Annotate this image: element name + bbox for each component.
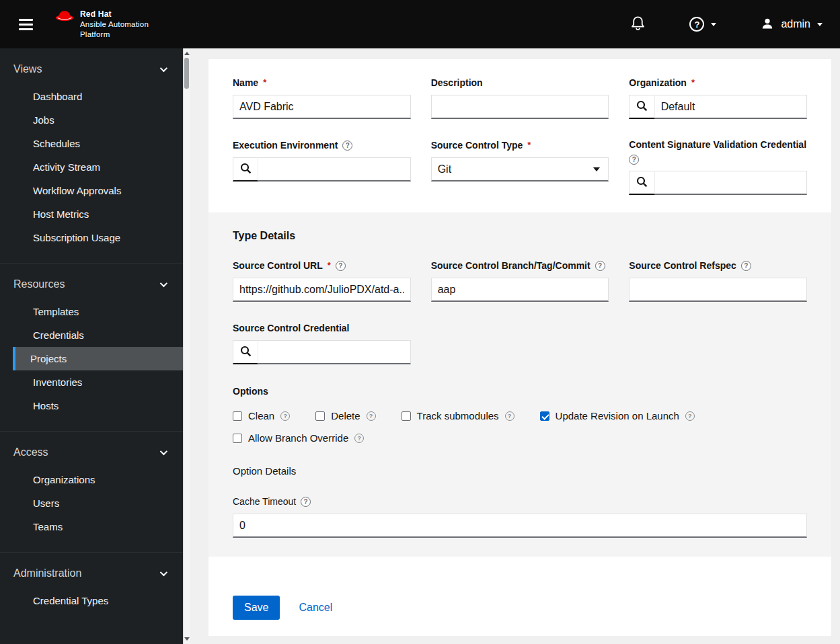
- checkbox-box[interactable]: [540, 411, 549, 421]
- source-control-credential-search-button[interactable]: [233, 340, 258, 364]
- sidebar-item-organizations[interactable]: Organizations: [13, 468, 183, 491]
- selected-value: Git: [438, 163, 451, 175]
- checkbox-label: Track submodules: [417, 410, 499, 421]
- sidebar-item-hosts[interactable]: Hosts: [13, 394, 183, 417]
- checkbox-label: Allow Branch Override: [248, 432, 348, 444]
- help-icon[interactable]: ?: [367, 411, 376, 421]
- source-control-type-label: Source Control Type: [431, 140, 523, 151]
- nav-group-toggle-administration[interactable]: Administration: [0, 567, 183, 579]
- chevron-down-icon: [160, 448, 167, 455]
- bell-icon: [631, 15, 645, 33]
- checkbox-delete[interactable]: Delete ?: [315, 410, 375, 421]
- help-icon[interactable]: ?: [336, 261, 346, 271]
- name-label: Name: [233, 77, 258, 88]
- checkbox-box[interactable]: [233, 434, 242, 443]
- sidebar-item-teams[interactable]: Teams: [13, 515, 183, 538]
- brand: Red Hat Ansible Automation Platform: [54, 9, 149, 39]
- name-input[interactable]: [233, 95, 411, 119]
- source-control-branch-input[interactable]: [431, 278, 609, 302]
- nav-group-toggle-resources[interactable]: Resources: [0, 278, 183, 290]
- checkbox-box[interactable]: [315, 411, 325, 421]
- project-edit-form-card: Name * Description Organization *: [208, 59, 831, 636]
- checkbox-track-submodules[interactable]: Track submodules ?: [402, 410, 514, 421]
- scroll-up-icon[interactable]: [184, 52, 190, 55]
- help-menu-button[interactable]: ?: [689, 17, 716, 32]
- help-icon[interactable]: ?: [280, 411, 290, 421]
- sidebar-item-users[interactable]: Users: [13, 491, 183, 515]
- content-signature-credential-search-button[interactable]: [629, 171, 654, 195]
- option-details-heading: Option Details: [233, 465, 807, 477]
- sidebar-item-projects[interactable]: Projects: [13, 347, 183, 370]
- sidebar-item-credentials[interactable]: Credentials: [13, 323, 183, 347]
- masthead: Red Hat Ansible Automation Platform ?: [0, 0, 840, 48]
- checkbox-clean[interactable]: Clean ?: [233, 410, 290, 421]
- description-input[interactable]: [431, 95, 609, 119]
- options-checkbox-group: Clean ? Delete ? Track submodules ? Upda…: [233, 410, 807, 444]
- nav-group-toggle-access[interactable]: Access: [0, 446, 183, 458]
- sidebar-item-inventories[interactable]: Inventories: [13, 370, 183, 394]
- execution-environment-label: Execution Environment: [233, 140, 338, 151]
- description-label: Description: [431, 77, 483, 88]
- sidebar-item-host-metrics[interactable]: Host Metrics: [13, 202, 183, 226]
- scrollbar-thumb[interactable]: [184, 58, 189, 89]
- nav-group-label: Views: [13, 63, 42, 75]
- help-icon[interactable]: ?: [342, 140, 352, 151]
- help-icon[interactable]: ?: [685, 411, 695, 421]
- sidebar-item-schedules[interactable]: Schedules: [13, 132, 183, 155]
- notifications-button[interactable]: [631, 15, 645, 33]
- source-control-url-input[interactable]: [233, 278, 411, 302]
- help-icon[interactable]: ?: [629, 155, 639, 165]
- sidebar-item-activity-stream[interactable]: Activity Stream: [13, 155, 183, 179]
- sidebar-item-subscription-usage[interactable]: Subscription Usage: [13, 226, 183, 249]
- chevron-down-icon: [160, 65, 167, 72]
- source-control-credential-input[interactable]: [258, 340, 410, 364]
- type-details-section: Type Details Source Control URL * ? Sour…: [208, 212, 831, 557]
- source-control-refspec-label: Source Control Refspec: [629, 260, 736, 271]
- sidebar-item-credential-types[interactable]: Credential Types: [13, 589, 183, 612]
- organization-label: Organization: [629, 77, 687, 88]
- scroll-down-icon[interactable]: [184, 637, 190, 641]
- required-marker: *: [263, 77, 266, 87]
- search-icon: [636, 100, 648, 114]
- checkbox-box[interactable]: [402, 411, 411, 421]
- execution-environment-search-button[interactable]: [233, 157, 258, 182]
- chevron-down-icon: [160, 569, 167, 576]
- help-icon[interactable]: ?: [301, 497, 311, 507]
- content-signature-credential-input[interactable]: [655, 171, 807, 195]
- cache-timeout-input[interactable]: [233, 514, 807, 538]
- source-control-refspec-input[interactable]: [629, 278, 807, 302]
- checkbox-box[interactable]: [233, 411, 242, 421]
- field-source-control-type: Source Control Type * Git: [431, 139, 609, 195]
- sidebar-item-dashboard[interactable]: Dashboard: [13, 85, 183, 108]
- organization-search-button[interactable]: [629, 95, 654, 119]
- redhat-logo-icon: [54, 9, 75, 26]
- nav-group-label: Access: [13, 446, 48, 458]
- save-button[interactable]: Save: [233, 596, 280, 620]
- organization-input[interactable]: [655, 95, 807, 119]
- help-icon[interactable]: ?: [741, 261, 751, 271]
- cancel-button[interactable]: Cancel: [299, 596, 332, 620]
- source-control-type-select[interactable]: Git: [431, 157, 609, 182]
- main-content: Name * Description Organization *: [190, 48, 840, 644]
- required-marker: *: [691, 77, 695, 87]
- execution-environment-input[interactable]: [258, 157, 410, 182]
- help-icon[interactable]: ?: [505, 411, 514, 421]
- user-menu-button[interactable]: admin: [761, 17, 823, 32]
- nav-group-label: Administration: [13, 567, 81, 579]
- nav-group-toggle-views[interactable]: Views: [0, 63, 183, 75]
- options-heading: Options: [233, 386, 807, 397]
- sidebar-item-workflow-approvals[interactable]: Workflow Approvals: [13, 179, 183, 202]
- checkbox-allow-branch-override[interactable]: Allow Branch Override ?: [233, 432, 364, 444]
- help-icon[interactable]: ?: [595, 261, 605, 271]
- masthead-actions: ? admin: [631, 15, 840, 33]
- nav-toggle-button[interactable]: [15, 15, 37, 34]
- help-icon[interactable]: ?: [354, 434, 364, 443]
- sidebar-item-jobs[interactable]: Jobs: [13, 108, 183, 132]
- required-marker: *: [328, 260, 331, 270]
- source-control-branch-label: Source Control Branch/Tag/Commit: [431, 260, 590, 271]
- sidebar-scrollbar[interactable]: [183, 48, 190, 644]
- sidebar-item-templates[interactable]: Templates: [13, 300, 183, 323]
- field-description: Description: [431, 77, 609, 119]
- checkbox-update-revision-on-launch[interactable]: Update Revision on Launch ?: [540, 410, 695, 421]
- field-content-signature-validation-credential: Content Signature Validation Credential …: [629, 139, 807, 195]
